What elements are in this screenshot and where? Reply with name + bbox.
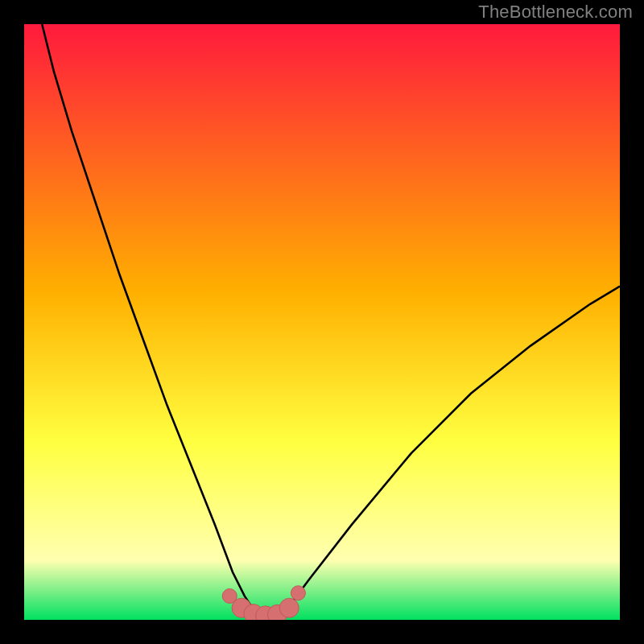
- chart-frame: TheBottleneck.com: [0, 0, 644, 644]
- highlight-marker: [291, 586, 305, 601]
- highlight-marker: [279, 598, 299, 617]
- gradient-background: [24, 24, 620, 620]
- watermark-text: TheBottleneck.com: [478, 2, 633, 23]
- bottleneck-chart-svg: [0, 0, 644, 644]
